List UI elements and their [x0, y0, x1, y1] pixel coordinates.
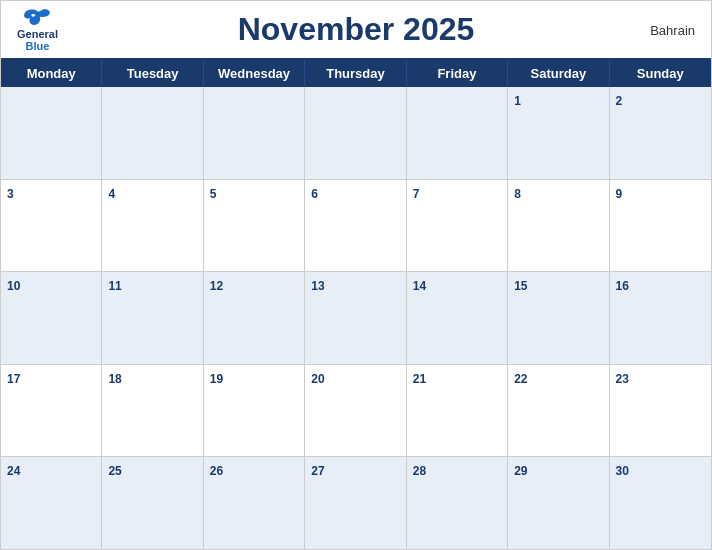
day-cell: 16 [610, 272, 711, 364]
day-cell: 7 [407, 180, 508, 272]
week-row: 10111213141516 [1, 272, 711, 365]
day-headers: MondayTuesdayWednesdayThursdayFridaySatu… [1, 60, 711, 87]
calendar: General Blue November 2025 Bahrain Monda… [0, 0, 712, 550]
day-number: 28 [413, 464, 426, 478]
day-cell: 29 [508, 457, 609, 549]
day-cell: 30 [610, 457, 711, 549]
logo-icon [23, 7, 51, 27]
day-cell: 28 [407, 457, 508, 549]
day-cell: 15 [508, 272, 609, 364]
day-cell [204, 87, 305, 179]
day-number: 18 [108, 372, 121, 386]
country-label: Bahrain [650, 22, 695, 37]
calendar-title: November 2025 [238, 11, 475, 48]
day-cell: 3 [1, 180, 102, 272]
day-number: 7 [413, 187, 420, 201]
day-cell: 4 [102, 180, 203, 272]
week-row: 12 [1, 87, 711, 180]
day-cell: 1 [508, 87, 609, 179]
day-number: 29 [514, 464, 527, 478]
day-number: 11 [108, 279, 121, 293]
day-number: 22 [514, 372, 527, 386]
day-cell: 13 [305, 272, 406, 364]
day-cell: 24 [1, 457, 102, 549]
day-number: 23 [616, 372, 629, 386]
day-cell: 14 [407, 272, 508, 364]
day-number: 6 [311, 187, 318, 201]
day-cell: 2 [610, 87, 711, 179]
day-number: 12 [210, 279, 223, 293]
day-cell: 10 [1, 272, 102, 364]
logo-general-text: General [17, 27, 58, 39]
day-number: 4 [108, 187, 115, 201]
day-cell [305, 87, 406, 179]
day-cell: 17 [1, 365, 102, 457]
day-number: 2 [616, 94, 623, 108]
day-cell: 9 [610, 180, 711, 272]
day-cell: 8 [508, 180, 609, 272]
day-cell: 26 [204, 457, 305, 549]
day-cell: 19 [204, 365, 305, 457]
day-cell: 22 [508, 365, 609, 457]
day-header-monday: Monday [1, 60, 102, 87]
day-number: 15 [514, 279, 527, 293]
day-number: 16 [616, 279, 629, 293]
day-number: 1 [514, 94, 521, 108]
day-cell: 12 [204, 272, 305, 364]
day-number: 17 [7, 372, 20, 386]
day-cell [102, 87, 203, 179]
day-number: 3 [7, 187, 14, 201]
day-cell [407, 87, 508, 179]
day-number: 24 [7, 464, 20, 478]
day-cell: 23 [610, 365, 711, 457]
day-header-saturday: Saturday [508, 60, 609, 87]
day-header-friday: Friday [407, 60, 508, 87]
day-header-sunday: Sunday [610, 60, 711, 87]
day-number: 21 [413, 372, 426, 386]
day-number: 13 [311, 279, 324, 293]
day-cell: 6 [305, 180, 406, 272]
week-row: 17181920212223 [1, 365, 711, 458]
day-number: 27 [311, 464, 324, 478]
logo-blue-text: Blue [26, 40, 50, 52]
week-row: 3456789 [1, 180, 711, 273]
day-header-wednesday: Wednesday [204, 60, 305, 87]
day-number: 19 [210, 372, 223, 386]
day-number: 26 [210, 464, 223, 478]
calendar-header: General Blue November 2025 Bahrain [1, 1, 711, 58]
day-number: 5 [210, 187, 217, 201]
day-cell: 11 [102, 272, 203, 364]
day-number: 8 [514, 187, 521, 201]
day-cell: 25 [102, 457, 203, 549]
day-header-thursday: Thursday [305, 60, 406, 87]
logo: General Blue [17, 7, 58, 51]
day-cell [1, 87, 102, 179]
day-cell: 27 [305, 457, 406, 549]
day-number: 20 [311, 372, 324, 386]
day-cell: 21 [407, 365, 508, 457]
week-row: 24252627282930 [1, 457, 711, 549]
day-header-tuesday: Tuesday [102, 60, 203, 87]
day-cell: 5 [204, 180, 305, 272]
day-number: 25 [108, 464, 121, 478]
day-number: 14 [413, 279, 426, 293]
day-number: 30 [616, 464, 629, 478]
calendar-grid: MondayTuesdayWednesdayThursdayFridaySatu… [1, 58, 711, 549]
day-number: 10 [7, 279, 20, 293]
weeks-container: 1234567891011121314151617181920212223242… [1, 87, 711, 549]
day-cell: 20 [305, 365, 406, 457]
day-number: 9 [616, 187, 623, 201]
day-cell: 18 [102, 365, 203, 457]
